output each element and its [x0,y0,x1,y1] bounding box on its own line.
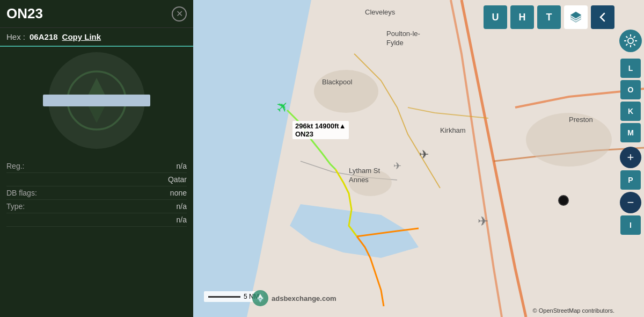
watermark-text: adsbexchange.com [272,294,336,302]
btn-m[interactable]: M [620,123,641,142]
country-row: Qatar [6,173,187,186]
type-row: Type: n/a [6,200,187,213]
back-icon [597,12,608,23]
type-label: Type: [6,202,25,211]
town-blackpool: Blackpool [322,78,352,86]
svg-line-22 [634,37,635,38]
flight-title: ON23 [6,5,43,22]
btn-p[interactable]: P [620,170,641,190]
reg-value: n/a [177,162,187,170]
flight-info-label: 296kt 14900ft▲ ON23 [292,121,349,139]
db-flags-value: none [170,189,187,197]
settings-button[interactable] [619,30,642,52]
flight-speed-alt: 296kt 14900ft▲ [295,122,346,130]
reg-row: Reg.: n/a [6,160,187,173]
map-container[interactable]: ✈ ✈ ✈ Cleveleys Poulton-le-Fylde Blackpo… [193,0,644,317]
svg-text:✈: ✈ [419,148,429,161]
hex-value: 06A218 [30,32,58,41]
right-buttons: L O K M + P − I [617,0,644,317]
db-flags-row: DB flags: none [6,186,187,200]
close-button[interactable]: ✕ [172,6,187,21]
hex-row: Hex : 06A218 Copy Link [0,28,193,47]
btn-t[interactable]: T [537,5,561,29]
town-kirkham: Kirkham [440,126,466,134]
layers-icon [569,11,582,24]
town-preston: Preston [569,116,593,124]
btn-h[interactable]: H [510,5,534,29]
zoom-in-button[interactable]: + [620,147,641,168]
type-value: n/a [177,202,187,211]
svg-point-15 [628,38,633,44]
extra-value: n/a [177,215,187,224]
svg-marker-25 [257,297,264,302]
hex-label: Hex : [6,32,25,41]
extra-row: n/a [6,213,187,227]
watermark-logo [252,290,268,306]
close-icon: ✕ [176,9,183,19]
gear-icon [624,34,638,48]
town-poulton: Poulton-le-Fylde [386,30,420,48]
map-top-buttons: U H T [484,5,614,29]
town-lytham: Lytham StAnnes [349,167,380,185]
town-cleveleys: Cleveleys [365,8,395,16]
adsb-small-icon [255,293,266,304]
svg-text:✈: ✈ [393,161,401,171]
svg-line-20 [626,37,628,38]
svg-line-21 [634,44,635,46]
reg-label: Reg.: [6,162,24,170]
btn-u[interactable]: U [484,5,507,29]
sidebar-info: Reg.: n/a Qatar DB flags: none Type: n/a… [0,154,193,232]
sidebar: ON23 ✕ Hex : 06A218 Copy Link Reg.: n/a … [0,0,193,317]
db-flags-label: DB flags: [6,189,37,197]
btn-i[interactable]: I [620,215,641,235]
btn-k[interactable]: K [620,102,641,121]
country-value: Qatar [168,175,187,184]
flight-callsign: ON23 [295,130,313,138]
svg-text:✈: ✈ [478,214,488,228]
btn-o[interactable]: O [620,80,641,99]
svg-line-23 [626,44,628,46]
btn-layers[interactable] [564,5,588,29]
selected-point [558,195,569,206]
scale-line [208,296,240,298]
search-input[interactable] [43,95,150,106]
btn-l[interactable]: L [620,59,641,78]
logo-area [0,47,193,154]
btn-back[interactable] [591,5,614,29]
sidebar-header: ON23 ✕ [0,0,193,28]
attribution-text: © OpenStreetMap contributors. [533,307,614,314]
copy-link-button[interactable]: Copy Link [62,32,101,41]
watermark: adsbexchange.com [252,290,336,306]
svg-point-6 [314,70,378,113]
zoom-out-button[interactable]: − [620,192,641,213]
attribution: © OpenStreetMap contributors. [533,307,614,314]
